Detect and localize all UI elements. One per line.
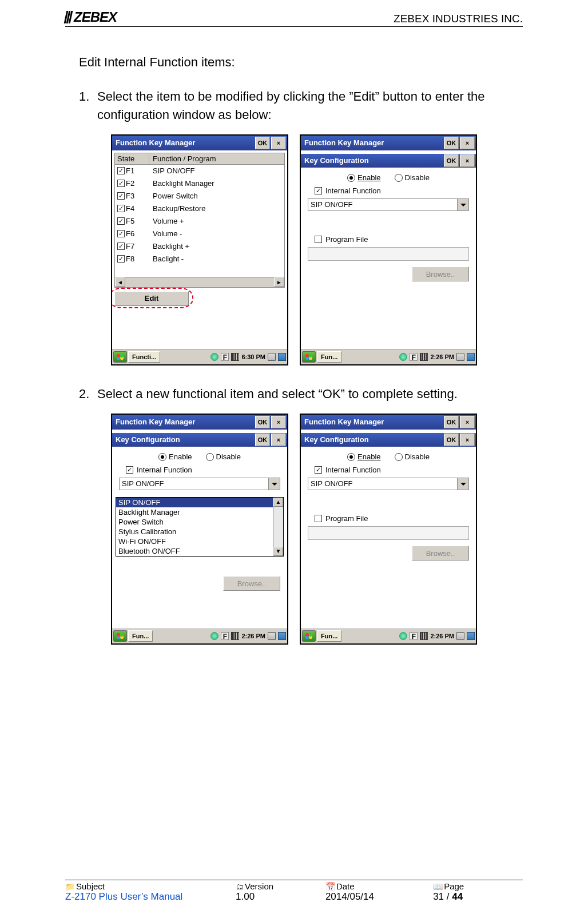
sip-keyboard-icon[interactable]: [268, 632, 276, 640]
ok-button[interactable]: OK: [255, 137, 270, 149]
table-row[interactable]: F2Backlight Manager: [115, 177, 284, 190]
f-mode-icon[interactable]: F: [410, 632, 418, 640]
scroll-down-icon[interactable]: ▼: [273, 547, 283, 556]
chevron-down-icon[interactable]: [268, 478, 280, 490]
f-mode-icon[interactable]: F: [221, 353, 229, 361]
desktop-icon[interactable]: [278, 353, 286, 361]
browse-button[interactable]: Browse..: [223, 576, 280, 591]
close-button[interactable]: ×: [271, 434, 286, 446]
taskbar-app[interactable]: Fun...: [317, 630, 341, 642]
enable-radio[interactable]: Enable: [347, 452, 380, 462]
disable-radio[interactable]: Disable: [395, 452, 430, 462]
ok-button[interactable]: OK: [444, 416, 459, 428]
battery-icon[interactable]: [420, 353, 428, 361]
row-function: Volume +: [149, 217, 284, 225]
network-icon[interactable]: [210, 632, 218, 640]
internal-fn-dropdown[interactable]: SIP ON/OFF: [308, 478, 469, 490]
dropdown-scrollbar[interactable]: ▲ ▼: [273, 498, 283, 556]
program-file-input[interactable]: [308, 526, 469, 540]
desktop-icon[interactable]: [467, 353, 475, 361]
table-row[interactable]: F6Volume -: [115, 228, 284, 240]
disable-radio[interactable]: Disable: [206, 452, 241, 462]
desktop-icon[interactable]: [467, 632, 475, 640]
screenshot-fk-list: Function Key Manager OK × State Function…: [111, 134, 288, 365]
f-mode-icon[interactable]: F: [221, 632, 229, 640]
table-row[interactable]: F4Backup/Restore: [115, 202, 284, 215]
close-button[interactable]: ×: [460, 434, 475, 446]
internal-fn-checkbox[interactable]: [315, 466, 322, 474]
row-function: SIP ON/OFF: [149, 166, 284, 175]
taskbar-app[interactable]: Fun...: [317, 351, 341, 363]
taskbar-app[interactable]: Fun...: [128, 630, 153, 642]
sip-keyboard-icon[interactable]: [268, 353, 276, 361]
start-button[interactable]: [113, 351, 127, 363]
program-file-input[interactable]: [308, 247, 469, 261]
browse-button[interactable]: Browse..: [412, 546, 469, 561]
ok-button[interactable]: OK: [255, 416, 270, 428]
dropdown-option[interactable]: Bluetooth ON/OFF: [116, 546, 273, 556]
dropdown-option[interactable]: SIP ON/OFF: [116, 498, 273, 507]
row-checkbox[interactable]: [117, 230, 125, 237]
close-button[interactable]: ×: [460, 154, 475, 167]
chevron-down-icon[interactable]: [457, 478, 468, 490]
close-button[interactable]: ×: [271, 137, 286, 149]
sip-keyboard-icon[interactable]: [456, 353, 464, 361]
row-checkbox[interactable]: [117, 180, 125, 187]
dropdown-option[interactable]: Backlight Manager: [116, 507, 273, 517]
dropdown-option[interactable]: Wi-Fi ON/OFF: [116, 537, 273, 546]
row-checkbox[interactable]: [117, 243, 125, 250]
enable-radio[interactable]: Enable: [158, 452, 192, 462]
internal-fn-dropdown[interactable]: SIP ON/OFF: [119, 478, 280, 490]
ok-button[interactable]: OK: [444, 434, 459, 446]
row-checkbox[interactable]: [117, 167, 125, 174]
table-row[interactable]: F8Baclight -: [115, 253, 284, 265]
table-row[interactable]: F1SIP ON/OFF: [115, 165, 284, 177]
desktop-icon[interactable]: [278, 632, 286, 640]
battery-icon[interactable]: [231, 632, 239, 640]
table-row[interactable]: F7Backlight +: [115, 240, 284, 253]
row-checkbox[interactable]: [117, 255, 125, 263]
dropdown-option[interactable]: Power Switch: [116, 517, 273, 527]
horizontal-scrollbar[interactable]: ◄ ►: [115, 277, 284, 287]
internal-fn-checkbox[interactable]: [126, 466, 133, 474]
scroll-left-icon[interactable]: ◄: [115, 277, 125, 287]
network-icon[interactable]: [399, 353, 407, 361]
row-checkbox[interactable]: [117, 217, 125, 225]
footer-version: 1.00: [236, 891, 325, 903]
network-icon[interactable]: [399, 632, 407, 640]
row-checkbox[interactable]: [117, 192, 125, 200]
scroll-up-icon[interactable]: ▲: [273, 498, 283, 507]
battery-icon[interactable]: [231, 353, 239, 361]
internal-fn-dropdown[interactable]: SIP ON/OFF: [308, 198, 469, 211]
ok-button[interactable]: OK: [444, 154, 459, 167]
start-button[interactable]: [302, 630, 316, 642]
version-icon: 🗂: [236, 882, 244, 891]
ok-button[interactable]: OK: [444, 137, 459, 149]
close-button[interactable]: ×: [271, 416, 286, 428]
close-button[interactable]: ×: [460, 137, 475, 149]
f-mode-icon[interactable]: F: [410, 353, 418, 361]
row-key: F7: [126, 242, 134, 251]
network-icon[interactable]: [210, 353, 218, 361]
battery-icon[interactable]: [420, 632, 428, 640]
ok-button[interactable]: OK: [255, 434, 270, 446]
browse-button[interactable]: Browse..: [412, 267, 469, 281]
table-row[interactable]: F3Power Switch: [115, 190, 284, 202]
disable-radio[interactable]: Disable: [395, 173, 430, 182]
chevron-down-icon[interactable]: [457, 199, 468, 210]
row-checkbox[interactable]: [117, 205, 125, 212]
dropdown-list[interactable]: SIP ON/OFFBacklight ManagerPower SwitchS…: [116, 497, 284, 557]
close-button[interactable]: ×: [460, 416, 475, 428]
sip-keyboard-icon[interactable]: [456, 632, 464, 640]
enable-radio[interactable]: Enable: [347, 173, 380, 182]
program-file-checkbox[interactable]: [315, 236, 322, 243]
clock: 2:26 PM: [430, 633, 454, 639]
internal-fn-checkbox[interactable]: [315, 187, 322, 194]
table-row[interactable]: F5Volume +: [115, 215, 284, 228]
program-file-checkbox[interactable]: [315, 515, 322, 522]
start-button[interactable]: [113, 630, 127, 642]
taskbar-app[interactable]: Functi...: [128, 351, 160, 363]
dropdown-option[interactable]: Stylus Calibration: [116, 527, 273, 537]
start-button[interactable]: [302, 351, 316, 363]
scroll-right-icon[interactable]: ►: [274, 277, 284, 287]
